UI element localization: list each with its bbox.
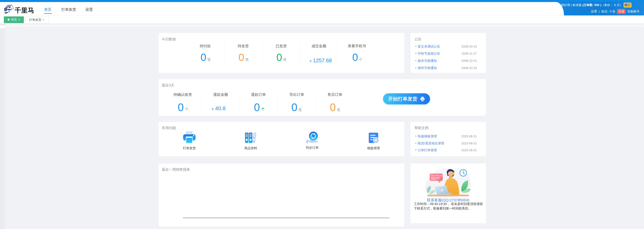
- svg-text:Can I help you?: Can I help you?: [431, 175, 444, 177]
